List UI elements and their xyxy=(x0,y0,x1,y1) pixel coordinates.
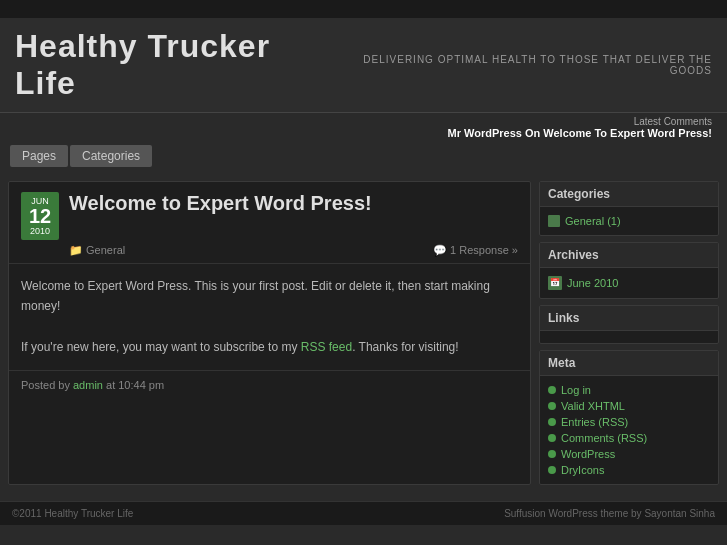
archives-title: Archives xyxy=(540,243,718,268)
meta-item: Log in xyxy=(548,382,710,398)
category-icon xyxy=(548,215,560,227)
latest-comments-bar: Latest Comments Mr WordPress On Welcome … xyxy=(0,113,727,139)
top-bar xyxy=(0,0,727,18)
category-item: General (1) xyxy=(548,213,710,229)
post-day: 12 xyxy=(27,206,53,226)
categories-button[interactable]: Categories xyxy=(70,145,152,167)
site-title: Healthy Trucker Life xyxy=(15,28,330,102)
nav-bar: Pages Categories xyxy=(0,139,727,173)
tagline: DELIVERING OPTIMAL HEALTH TO THOSE THAT … xyxy=(330,54,712,76)
meta-item: DryIcons xyxy=(548,462,710,478)
archives-widget: Archives 📅 June 2010 xyxy=(539,242,719,299)
post-category: 📁 General xyxy=(69,244,125,257)
meta-link[interactable]: Valid XHTML xyxy=(561,400,625,412)
post-title[interactable]: Welcome to Expert Word Press! xyxy=(69,192,518,215)
meta-link[interactable]: Comments (RSS) xyxy=(561,432,647,444)
post-meta: 📁 General 💬 1 Response » xyxy=(9,240,530,264)
post-body-line1: Welcome to Expert Word Press. This is yo… xyxy=(21,276,518,317)
sidebar: Categories General (1) Archives 📅 June 2… xyxy=(539,181,719,485)
theme-credit: Suffusion WordPress theme by Sayontan Si… xyxy=(504,508,715,519)
author-link[interactable]: admin xyxy=(73,379,103,391)
post-year: 2010 xyxy=(27,226,53,236)
archive-item: 📅 June 2010 xyxy=(548,274,710,292)
post-comments-count[interactable]: 💬 1 Response » xyxy=(433,244,518,257)
meta-item: WordPress xyxy=(548,446,710,462)
links-title: Links xyxy=(540,306,718,331)
post-content: Welcome to Expert Word Press. This is yo… xyxy=(9,264,530,370)
archive-icon: 📅 xyxy=(548,276,562,290)
meta-link[interactable]: Log in xyxy=(561,384,591,396)
links-content xyxy=(540,331,718,343)
latest-comments-label: Latest Comments xyxy=(634,116,712,127)
meta-content: Log inValid XHTMLEntries (RSS)Comments (… xyxy=(540,376,718,484)
folder-icon: 📁 xyxy=(69,244,86,256)
header: Healthy Trucker Life DELIVERING OPTIMAL … xyxy=(0,18,727,113)
meta-item: Valid XHTML xyxy=(548,398,710,414)
meta-item: Entries (RSS) xyxy=(548,414,710,430)
meta-title: Meta xyxy=(540,351,718,376)
green-dot-icon xyxy=(548,418,556,426)
pages-button[interactable]: Pages xyxy=(10,145,68,167)
green-dot-icon xyxy=(548,434,556,442)
meta-widget: Meta Log inValid XHTMLEntries (RSS)Comme… xyxy=(539,350,719,485)
footer: ©2011 Healthy Trucker Life Suffusion Wor… xyxy=(0,501,727,525)
green-dot-icon xyxy=(548,402,556,410)
meta-link[interactable]: DryIcons xyxy=(561,464,604,476)
copyright: ©2011 Healthy Trucker Life xyxy=(12,508,133,519)
main-layout: Jun 12 2010 Welcome to Expert Word Press… xyxy=(0,173,727,493)
green-dot-icon xyxy=(548,450,556,458)
categories-widget: Categories General (1) xyxy=(539,181,719,236)
categories-title: Categories xyxy=(540,182,718,207)
comment-bubble-icon: 💬 xyxy=(433,244,450,256)
meta-item: Comments (RSS) xyxy=(548,430,710,446)
green-dot-icon xyxy=(548,466,556,474)
meta-link[interactable]: Entries (RSS) xyxy=(561,416,628,428)
post-body-line2: If you're new here, you may want to subs… xyxy=(21,337,518,357)
content-area: Jun 12 2010 Welcome to Expert Word Press… xyxy=(8,181,531,485)
archive-link[interactable]: June 2010 xyxy=(567,277,618,289)
post-header: Jun 12 2010 Welcome to Expert Word Press… xyxy=(9,182,530,240)
green-dot-icon xyxy=(548,386,556,394)
archives-content: 📅 June 2010 xyxy=(540,268,718,298)
meta-link[interactable]: WordPress xyxy=(561,448,615,460)
post-footer: Posted by admin at 10:44 pm xyxy=(9,370,530,399)
date-box: Jun 12 2010 xyxy=(21,192,59,240)
latest-comments-entry[interactable]: Mr WordPress On Welcome To Expert Word P… xyxy=(448,127,712,139)
categories-content: General (1) xyxy=(540,207,718,235)
category-link[interactable]: General (1) xyxy=(565,215,621,227)
links-widget: Links xyxy=(539,305,719,344)
rss-feed-link[interactable]: RSS feed xyxy=(301,340,352,354)
